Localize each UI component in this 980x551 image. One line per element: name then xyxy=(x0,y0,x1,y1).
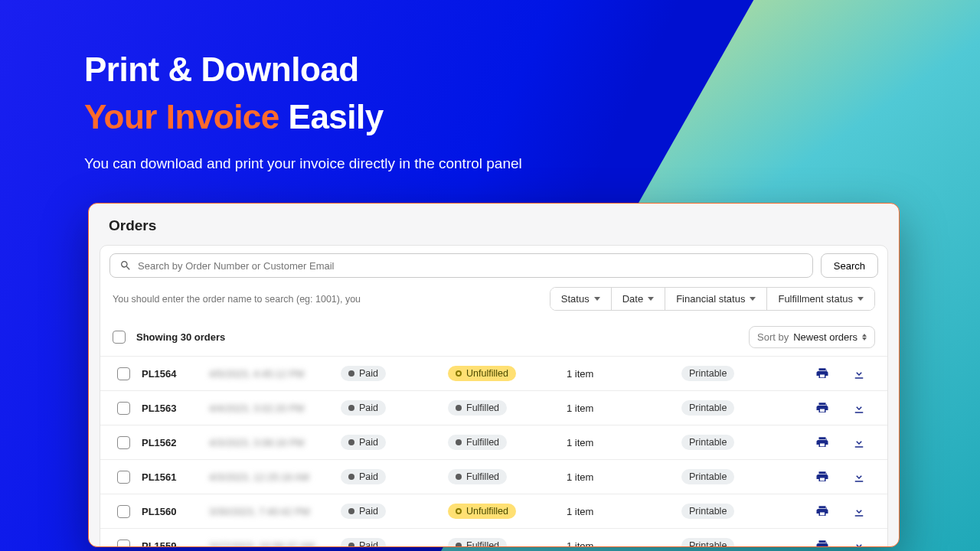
download-button[interactable] xyxy=(851,365,867,382)
chevron-down-icon xyxy=(858,297,864,301)
printable-badge: Printable xyxy=(681,435,734,450)
fulfillment-badge: Fulfilled xyxy=(448,400,507,416)
order-number[interactable]: PL1564 xyxy=(137,368,204,380)
download-button[interactable] xyxy=(851,399,867,416)
order-number[interactable]: PL1559 xyxy=(137,540,204,548)
hero-text: Print & Download Your Invoice Easily You… xyxy=(84,46,522,172)
row-checkbox[interactable] xyxy=(117,436,130,449)
order-number[interactable]: PL1561 xyxy=(137,471,204,483)
item-count: 1 item xyxy=(562,368,677,380)
print-button[interactable] xyxy=(814,468,831,485)
table-row: PL1561 4/3/2023, 12:25:18 AM Paid Fulfil… xyxy=(100,459,887,494)
table-row: PL1559 3/27/2023, 10:58:37 AM Paid Fulfi… xyxy=(100,528,887,547)
download-icon xyxy=(852,504,866,518)
item-count: 1 item xyxy=(562,403,677,414)
order-date: 4/3/2023, 3:08:16 PM xyxy=(204,437,336,448)
print-button[interactable] xyxy=(814,399,831,416)
row-checkbox[interactable] xyxy=(117,471,130,484)
hero-line1: Print & Download xyxy=(84,51,359,88)
list-bar: Showing 30 orders Sort by Newest orders xyxy=(100,318,887,356)
printable-badge: Printable xyxy=(681,538,734,547)
order-number[interactable]: PL1562 xyxy=(137,437,204,448)
table-row: PL1564 4/5/2023, 4:45:12 PM Paid Unfulfi… xyxy=(100,356,887,390)
download-icon xyxy=(852,367,866,380)
payment-badge: Paid xyxy=(341,504,386,519)
sort-select[interactable]: Sort by Newest orders xyxy=(749,326,875,348)
table-row: PL1562 4/3/2023, 3:08:16 PM Paid Fulfill… xyxy=(100,425,887,459)
fulfillment-badge: Unfulfilled xyxy=(448,504,516,519)
hero-highlight: Your Invoice xyxy=(84,98,279,135)
row-checkbox[interactable] xyxy=(117,402,130,415)
sort-value: Newest orders xyxy=(793,331,858,343)
item-count: 1 item xyxy=(562,506,677,517)
payment-badge: Paid xyxy=(341,366,386,381)
printable-badge: Printable xyxy=(681,366,734,381)
select-all-checkbox[interactable] xyxy=(113,331,126,344)
item-count: 1 item xyxy=(562,437,677,448)
payment-badge: Paid xyxy=(341,538,386,547)
fulfillment-badge: Unfulfilled xyxy=(448,366,516,381)
print-icon xyxy=(815,470,829,484)
order-date: 4/4/2023, 3:02:20 PM xyxy=(204,403,336,414)
print-button[interactable] xyxy=(814,503,831,520)
search-input-wrap[interactable] xyxy=(109,253,813,278)
fulfillment-badge: Fulfilled xyxy=(448,435,507,450)
print-icon xyxy=(815,539,829,547)
search-hint: You should enter the order name to searc… xyxy=(113,294,544,305)
print-button[interactable] xyxy=(814,434,831,451)
print-button[interactable] xyxy=(814,365,831,382)
hero-subtitle: You can download and print your invoice … xyxy=(84,155,522,172)
fulfillment-badge: Fulfilled xyxy=(448,538,507,547)
download-button[interactable] xyxy=(851,537,867,547)
filter-date[interactable]: Date xyxy=(612,288,665,310)
search-input[interactable] xyxy=(138,260,803,272)
filter-financial-status[interactable]: Financial status xyxy=(665,288,767,310)
order-date: 3/27/2023, 10:58:37 AM xyxy=(204,540,336,548)
panel-title: Orders xyxy=(109,217,879,234)
download-icon xyxy=(852,435,866,449)
hero-line2-rest: Easily xyxy=(289,98,384,135)
orders-card: Search You should enter the order name t… xyxy=(100,245,888,547)
chevron-down-icon xyxy=(648,297,654,301)
download-icon xyxy=(852,539,866,547)
print-icon xyxy=(815,504,829,518)
table-row: PL1560 3/30/2023, 7:40:42 PM Paid Unfulf… xyxy=(100,494,887,528)
print-button[interactable] xyxy=(814,537,831,547)
search-button[interactable]: Search xyxy=(821,253,878,278)
payment-badge: Paid xyxy=(341,435,386,450)
download-icon xyxy=(852,401,866,415)
row-checkbox[interactable] xyxy=(117,540,130,548)
filter-group: Status Date Financial status Fulfillment… xyxy=(550,287,875,311)
showing-count: Showing 30 orders xyxy=(136,331,738,343)
order-date: 3/30/2023, 7:40:42 PM xyxy=(204,506,336,517)
sort-arrows-icon xyxy=(862,334,867,341)
filter-fulfillment-status[interactable]: Fulfillment status xyxy=(767,288,874,310)
panel-header: Orders xyxy=(89,204,899,245)
printable-badge: Printable xyxy=(681,400,734,416)
item-count: 1 item xyxy=(562,471,677,483)
print-icon xyxy=(815,367,829,380)
print-icon xyxy=(815,435,829,449)
payment-badge: Paid xyxy=(341,400,386,416)
printable-badge: Printable xyxy=(681,504,734,519)
download-button[interactable] xyxy=(851,503,867,520)
download-icon xyxy=(852,470,866,484)
order-number[interactable]: PL1563 xyxy=(137,403,204,414)
chevron-down-icon xyxy=(594,297,600,301)
row-checkbox[interactable] xyxy=(117,367,130,380)
orders-rows: PL1564 4/5/2023, 4:45:12 PM Paid Unfulfi… xyxy=(100,356,887,547)
item-count: 1 item xyxy=(562,540,677,548)
filter-status[interactable]: Status xyxy=(550,288,612,310)
row-checkbox[interactable] xyxy=(117,505,130,518)
download-button[interactable] xyxy=(851,468,867,485)
search-icon xyxy=(119,259,132,272)
search-row: Search xyxy=(100,246,887,284)
order-number[interactable]: PL1560 xyxy=(137,506,204,517)
table-row: PL1563 4/4/2023, 3:02:20 PM Paid Fulfill… xyxy=(100,390,887,425)
download-button[interactable] xyxy=(851,434,867,451)
print-icon xyxy=(815,401,829,415)
order-date: 4/5/2023, 4:45:12 PM xyxy=(204,368,336,380)
printable-badge: Printable xyxy=(681,469,734,484)
sort-label: Sort by xyxy=(757,331,789,343)
chevron-down-icon xyxy=(750,297,756,301)
